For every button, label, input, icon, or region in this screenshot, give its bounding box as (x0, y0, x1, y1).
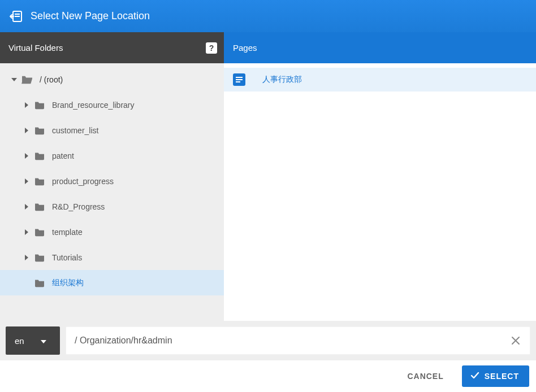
folder-icon (33, 278, 46, 288)
folder-icon (33, 126, 46, 135)
help-button[interactable]: ? (206, 42, 217, 54)
page-location-icon (9, 10, 23, 23)
main-content: Virtual Folders ? / (root) (0, 32, 536, 321)
page-item[interactable]: 人事行政部 (224, 68, 536, 92)
clear-icon[interactable] (507, 332, 525, 350)
expand-icon[interactable] (20, 204, 33, 210)
tree-item[interactable]: Tutorials (0, 245, 224, 270)
check-icon (470, 371, 480, 382)
virtual-folders-panel: Virtual Folders ? / (root) (0, 32, 224, 321)
expand-icon[interactable] (8, 76, 20, 83)
folder-icon (33, 177, 46, 186)
tree-item[interactable]: customer_list (0, 117, 224, 143)
cancel-button[interactable]: CANCEL (400, 366, 450, 386)
expand-icon[interactable] (20, 128, 33, 133)
select-button[interactable]: SELECT (462, 365, 529, 387)
language-select[interactable]: en (6, 326, 60, 355)
virtual-folders-title: Virtual Folders (8, 43, 206, 53)
folder-label: / (root) (40, 75, 63, 84)
dialog-footer: CANCEL SELECT (0, 360, 536, 392)
pages-panel: Pages 人事行政部 (224, 32, 536, 321)
folder-label: Tutorials (52, 253, 82, 262)
tree-item[interactable]: R&D_Progress (0, 194, 224, 219)
language-value: en (15, 336, 24, 346)
folder-label: customer_list (52, 126, 98, 135)
path-input-container (66, 326, 530, 355)
pages-list[interactable]: 人事行政部 (224, 63, 536, 321)
tree-root[interactable]: / (root) (0, 67, 224, 92)
svg-rect-4 (236, 79, 243, 80)
expand-icon[interactable] (20, 153, 33, 159)
dialog-title: Select New Page Location (31, 10, 150, 22)
chevron-down-icon (40, 336, 47, 346)
folder-label: template (52, 228, 83, 237)
path-input[interactable] (75, 336, 507, 346)
path-bar: en (0, 321, 536, 360)
folder-label: Brand_resource_library (52, 101, 135, 110)
tree-item-selected[interactable]: 组织架构 (0, 270, 224, 295)
folder-icon (33, 253, 46, 262)
folder-icon (33, 101, 46, 110)
dialog-header: Select New Page Location (0, 0, 536, 32)
page-label: 人事行政部 (262, 75, 302, 85)
folder-label: patent (52, 151, 74, 160)
svg-rect-5 (236, 81, 240, 82)
select-button-label: SELECT (485, 372, 519, 381)
svg-rect-3 (236, 77, 243, 78)
expand-icon[interactable] (20, 229, 33, 235)
virtual-folders-header: Virtual Folders ? (0, 32, 224, 63)
folder-icon (33, 151, 46, 160)
expand-icon[interactable] (20, 178, 33, 184)
page-icon (233, 73, 245, 86)
tree-item[interactable]: Brand_resource_library (0, 92, 224, 117)
folder-tree[interactable]: / (root) Brand_resource_library (0, 63, 224, 321)
expand-icon[interactable] (20, 255, 33, 260)
expand-icon[interactable] (20, 102, 33, 108)
folder-icon (33, 202, 46, 211)
folder-label: R&D_Progress (52, 202, 105, 211)
folder-icon (33, 228, 46, 237)
folder-open-icon (20, 75, 34, 85)
pages-header: Pages (224, 32, 536, 63)
folder-label: 组织架构 (52, 278, 84, 288)
pages-title: Pages (233, 43, 257, 53)
tree-item[interactable]: template (0, 219, 224, 245)
tree-item[interactable]: patent (0, 143, 224, 168)
folder-label: product_progress (52, 177, 114, 186)
tree-item[interactable]: product_progress (0, 168, 224, 194)
